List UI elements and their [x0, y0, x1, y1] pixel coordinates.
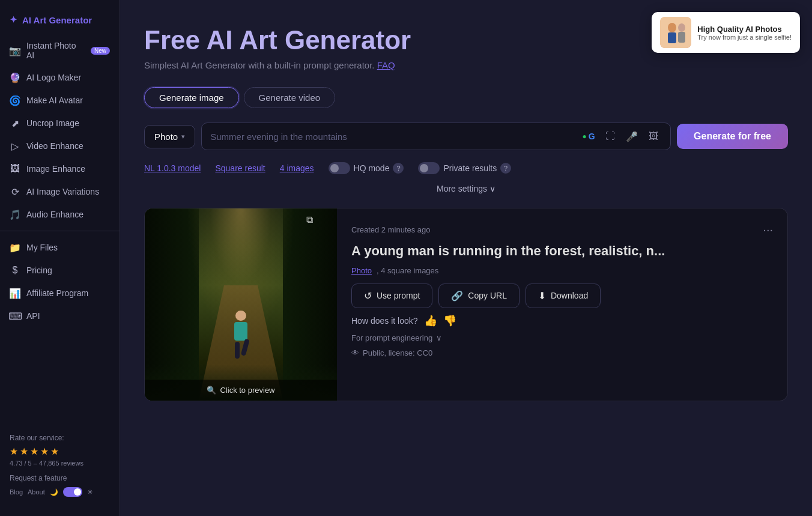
result-time: Created 2 minutes ago: [351, 225, 431, 234]
sidebar-item-label: API: [26, 311, 40, 321]
use-prompt-button[interactable]: ↺ Use prompt: [351, 284, 432, 308]
eye-icon: 👁: [351, 348, 359, 357]
sidebar-item-instant-photo[interactable]: 📷 Instant Photo AI New: [0, 35, 120, 66]
result-actions: ↺ Use prompt 🔗 Copy URL ⬇ Download: [351, 284, 773, 308]
sidebar-item-video-enhance[interactable]: ▷ Video Enhance: [0, 135, 120, 157]
svg-point-1: [668, 23, 676, 32]
dislike-button[interactable]: 👎: [443, 314, 456, 327]
hq-mode-setting: HQ mode ?: [329, 162, 404, 174]
images-setting[interactable]: 4 images: [280, 163, 314, 173]
star-3[interactable]: ★: [30, 446, 38, 457]
generate-button[interactable]: Generate for free: [677, 124, 788, 149]
star-4[interactable]: ★: [40, 446, 49, 457]
star-2[interactable]: ★: [20, 446, 28, 457]
result-tag-info: , 4 square images: [377, 266, 438, 275]
tab-generate-video[interactable]: Generate video: [244, 87, 336, 108]
sidebar-item-label: AI Image Variations: [26, 187, 99, 196]
hq-mode-toggle[interactable]: [329, 162, 350, 174]
like-button[interactable]: 👍: [424, 314, 437, 327]
private-results-setting: Private results ?: [418, 162, 511, 174]
hq-toggle-thumb: [330, 164, 339, 172]
result-feedback: How does it look? 👍 👎: [351, 314, 773, 327]
result-image-wrap[interactable]: ⧉ 🔍 Click to preview: [145, 208, 337, 401]
promo-banner[interactable]: High Quality AI Photos Try now from just…: [652, 12, 800, 53]
svg-rect-2: [668, 32, 676, 43]
rating-text: 4.73 / 5 – 47,865 reviews: [10, 460, 110, 467]
result-meta: Created 2 minutes ago ···: [351, 223, 773, 237]
sidebar-item-label: Audio Enhance: [26, 210, 83, 219]
image-upload-icon[interactable]: 🖼: [645, 128, 662, 145]
svg-rect-0: [660, 17, 691, 48]
private-results-help-icon[interactable]: ?: [500, 163, 511, 174]
sidebar-item-label: Instant Photo AI: [26, 41, 83, 60]
prompt-engineering-section[interactable]: For prompt engineering ∨: [351, 333, 773, 342]
sidebar-item-my-files[interactable]: 📁 My Files: [0, 236, 120, 259]
sidebar-item-ai-avatar[interactable]: 🌀 Make AI Avatar: [0, 89, 120, 112]
runner-head: [235, 311, 246, 321]
private-results-label: Private results: [443, 163, 497, 173]
sidebar-item-image-enhance[interactable]: 🖼 Image Enhance: [0, 157, 120, 180]
private-results-toggle[interactable]: [418, 162, 440, 174]
sidebar-logo[interactable]: ✦ AI Art Generator: [0, 10, 120, 35]
result-setting[interactable]: Square result: [215, 163, 265, 173]
new-badge: New: [91, 47, 110, 55]
chevron-down-icon: ∨: [489, 184, 495, 193]
about-link[interactable]: About: [28, 488, 45, 496]
prompt-icons: ● G ⛶ 🎤 🖼: [580, 128, 662, 145]
sidebar-item-label: AI Logo Maker: [26, 73, 81, 82]
request-feature-link[interactable]: Request a feature: [10, 474, 110, 482]
tab-generate-image[interactable]: Generate image: [144, 87, 239, 108]
layers-icon: ⧉: [306, 214, 313, 225]
sidebar-item-affiliate[interactable]: 📊 Affiliate Program: [0, 282, 120, 305]
runner-legs: [235, 342, 247, 359]
rate-service-label: Rate our service:: [10, 434, 110, 442]
image-overlay[interactable]: 🔍 Click to preview: [145, 380, 337, 401]
magnify-icon: 🔍: [207, 386, 216, 395]
sidebar-item-audio-enhance[interactable]: 🎵 Audio Enhance: [0, 203, 120, 226]
footer-links: Blog About 🌙 ☀: [10, 487, 110, 497]
private-toggle-thumb: [420, 164, 428, 172]
sidebar: ✦ AI Art Generator 📷 Instant Photo AI Ne…: [0, 0, 120, 516]
faq-link[interactable]: FAQ: [377, 60, 395, 70]
my-files-icon: 📁: [10, 242, 20, 253]
theme-toggle[interactable]: [63, 487, 82, 497]
result-tag-photo[interactable]: Photo: [351, 266, 372, 275]
more-settings-btn[interactable]: More settings ∨: [144, 184, 788, 193]
sidebar-item-ai-logo[interactable]: 🔮 AI Logo Maker: [0, 66, 120, 89]
star-1[interactable]: ★: [10, 446, 18, 457]
sidebar-item-api[interactable]: ⌨ API: [0, 305, 120, 327]
feedback-label: How does it look?: [351, 316, 418, 326]
fullscreen-icon[interactable]: ⛶: [602, 128, 619, 145]
more-settings-label: More settings: [437, 184, 487, 193]
sidebar-item-label: Video Enhance: [26, 141, 83, 151]
prompt-input[interactable]: [210, 132, 575, 142]
star-5[interactable]: ★: [50, 446, 59, 457]
hq-mode-help-icon[interactable]: ?: [393, 163, 404, 174]
copy-url-label: Copy URL: [468, 291, 507, 300]
runner-body: [234, 322, 247, 341]
download-button[interactable]: ⬇ Download: [526, 284, 601, 308]
microphone-icon[interactable]: 🎤: [623, 128, 640, 145]
ai-avatar-icon: 🌀: [10, 95, 20, 106]
ai-prompt-helper-btn[interactable]: ● G: [580, 128, 597, 145]
svg-point-3: [678, 23, 685, 32]
sidebar-item-ai-image-variations[interactable]: ⟳ AI Image Variations: [0, 180, 120, 203]
copy-url-button[interactable]: 🔗 Copy URL: [438, 284, 520, 308]
theme-toggle-thumb: [74, 488, 81, 496]
svg-rect-4: [678, 32, 685, 43]
sidebar-item-label: Pricing: [26, 266, 52, 275]
style-label: Photo: [154, 132, 178, 142]
promo-title: High Quality AI Photos: [697, 25, 792, 34]
page-subtitle: Simplest AI Art Generator with a built-i…: [144, 60, 788, 70]
sidebar-item-pricing[interactable]: $ Pricing: [0, 259, 120, 282]
click-to-preview-label: Click to preview: [220, 386, 274, 395]
copy-url-icon: 🔗: [451, 290, 463, 302]
result-menu-icon[interactable]: ···: [763, 223, 773, 237]
tabs: Generate image Generate video: [144, 87, 788, 108]
sidebar-item-uncrop[interactable]: ⬈ Uncrop Image: [0, 112, 120, 135]
style-select[interactable]: Photo ▾: [144, 125, 195, 148]
model-setting[interactable]: NL 1.0.3 model: [144, 163, 201, 173]
sidebar-bottom: Rate our service: ★ ★ ★ ★ ★ 4.73 / 5 – 4…: [0, 424, 120, 506]
ai-variations-icon: ⟳: [10, 186, 20, 197]
blog-link[interactable]: Blog: [10, 488, 23, 496]
